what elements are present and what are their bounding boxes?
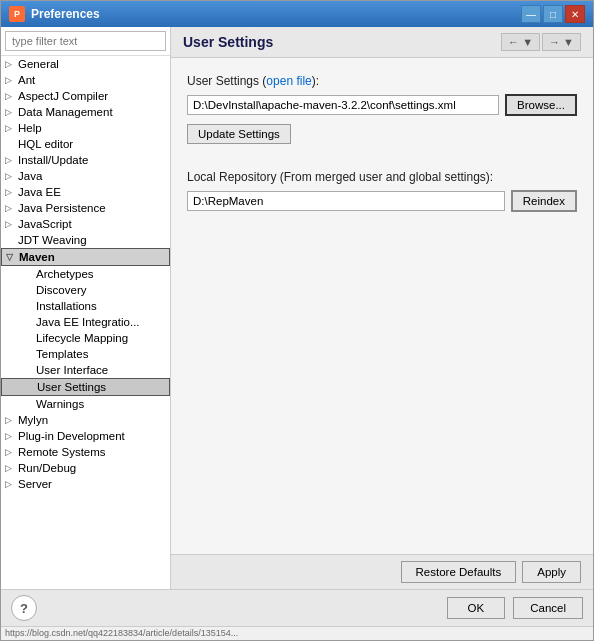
label-general: General <box>18 58 59 70</box>
arrow-javaee: ▷ <box>5 187 15 197</box>
left-panel: ▷ General ▷ Ant ▷ AspectJ Compiler ▷ Dat… <box>1 27 171 589</box>
tree-item-warnings[interactable]: ▷ Warnings <box>1 396 170 412</box>
tree-item-discovery[interactable]: ▷ Discovery <box>1 282 170 298</box>
tree-item-templates[interactable]: ▷ Templates <box>1 346 170 362</box>
tree-item-hqleditor[interactable]: ▷ HQL editor <box>1 136 170 152</box>
main-content: ▷ General ▷ Ant ▷ AspectJ Compiler ▷ Dat… <box>1 27 593 589</box>
window-title: Preferences <box>31 7 100 21</box>
label-javapersistence: Java Persistence <box>18 202 106 214</box>
label-warnings: Warnings <box>36 398 84 410</box>
tree-item-javapersistence[interactable]: ▷ Java Persistence <box>1 200 170 216</box>
label-ant: Ant <box>18 74 35 86</box>
arrow-java: ▷ <box>5 171 15 181</box>
arrow-mylyn: ▷ <box>5 415 15 425</box>
title-buttons: — □ ✕ <box>521 5 585 23</box>
tree-item-usersettings[interactable]: ▷ User Settings <box>1 378 170 396</box>
tree-item-archetypes[interactable]: ▷ Archetypes <box>1 266 170 282</box>
tree-item-rundebug[interactable]: ▷ Run/Debug <box>1 460 170 476</box>
label-plugindev: Plug-in Development <box>18 430 125 442</box>
tree-item-javascript[interactable]: ▷ JavaScript <box>1 216 170 232</box>
close-button[interactable]: ✕ <box>565 5 585 23</box>
section-separator <box>187 160 577 170</box>
arrow-server: ▷ <box>5 479 15 489</box>
arrow-general: ▷ <box>5 59 15 69</box>
user-settings-text: User Settings ( <box>187 74 266 88</box>
panel-content: User Settings (open file): Browse... Upd… <box>171 58 593 554</box>
nav-buttons: ← ▼ → ▼ <box>501 33 581 51</box>
tree-item-help[interactable]: ▷ Help <box>1 120 170 136</box>
arrow-javapersistence: ▷ <box>5 203 15 213</box>
user-settings-path-input[interactable] <box>187 95 499 115</box>
filter-input[interactable] <box>5 31 166 51</box>
user-settings-close: ): <box>312 74 319 88</box>
nav-back-button[interactable]: ← ▼ <box>501 33 540 51</box>
url-bar: https://blog.csdn.net/qq422183834/articl… <box>1 626 593 640</box>
tree-item-aspectj[interactable]: ▷ AspectJ Compiler <box>1 88 170 104</box>
tree-item-javaee[interactable]: ▷ Java EE <box>1 184 170 200</box>
tree-item-installupdate[interactable]: ▷ Install/Update <box>1 152 170 168</box>
arrow-maven: ▽ <box>6 252 16 262</box>
tree-item-general[interactable]: ▷ General <box>1 56 170 72</box>
nav-forward-button[interactable]: → ▼ <box>542 33 581 51</box>
arrow-javascript: ▷ <box>5 219 15 229</box>
ok-button[interactable]: OK <box>447 597 506 619</box>
label-maven: Maven <box>19 251 55 263</box>
label-help: Help <box>18 122 42 134</box>
tree-item-jdtweaving[interactable]: ▷ JDT Weaving <box>1 232 170 248</box>
tree-item-installations[interactable]: ▷ Installations <box>1 298 170 314</box>
label-java: Java <box>18 170 42 182</box>
update-settings-button[interactable]: Update Settings <box>187 124 291 144</box>
label-javaee: Java EE <box>18 186 61 198</box>
open-file-link[interactable]: open file <box>266 74 311 88</box>
panel-title: User Settings <box>183 34 273 50</box>
cancel-button[interactable]: Cancel <box>513 597 583 619</box>
tree-item-datamgmt[interactable]: ▷ Data Management <box>1 104 170 120</box>
arrow-installupdate: ▷ <box>5 155 15 165</box>
label-templates: Templates <box>36 348 88 360</box>
help-button[interactable]: ? <box>11 595 37 621</box>
arrow-help: ▷ <box>5 123 15 133</box>
local-repo-label: Local Repository (From merged user and g… <box>187 170 577 184</box>
arrow-plugindev: ▷ <box>5 431 15 441</box>
label-server: Server <box>18 478 52 490</box>
label-hqleditor: HQL editor <box>18 138 73 150</box>
tree-item-lifecyclemapping[interactable]: ▷ Lifecycle Mapping <box>1 330 170 346</box>
arrow-aspectj: ▷ <box>5 91 15 101</box>
label-lifecyclemapping: Lifecycle Mapping <box>36 332 128 344</box>
label-mylyn: Mylyn <box>18 414 48 426</box>
browse-button[interactable]: Browse... <box>505 94 577 116</box>
right-panel: User Settings ← ▼ → ▼ User Settings (ope… <box>171 27 593 589</box>
label-installations: Installations <box>36 300 97 312</box>
tree-item-mylyn[interactable]: ▷ Mylyn <box>1 412 170 428</box>
local-repo-path-input[interactable] <box>187 191 505 211</box>
tree-item-javaeeintegration[interactable]: ▷ Java EE Integratio... <box>1 314 170 330</box>
label-archetypes: Archetypes <box>36 268 94 280</box>
title-bar: P Preferences — □ ✕ <box>1 1 593 27</box>
label-javaeeintegration: Java EE Integratio... <box>36 316 140 328</box>
user-settings-label: User Settings (open file): <box>187 74 577 88</box>
minimize-button[interactable]: — <box>521 5 541 23</box>
tree-item-maven[interactable]: ▽ Maven <box>1 248 170 266</box>
label-aspectj: AspectJ Compiler <box>18 90 108 102</box>
reindex-button[interactable]: Reindex <box>511 190 577 212</box>
bottom-bar: Restore Defaults Apply <box>171 554 593 589</box>
label-rundebug: Run/Debug <box>18 462 76 474</box>
label-datamgmt: Data Management <box>18 106 113 118</box>
tree-item-plugindev[interactable]: ▷ Plug-in Development <box>1 428 170 444</box>
footer-bar: ? OK Cancel <box>1 589 593 626</box>
label-discovery: Discovery <box>36 284 86 296</box>
restore-defaults-button[interactable]: Restore Defaults <box>401 561 517 583</box>
apply-button[interactable]: Apply <box>522 561 581 583</box>
tree-item-server[interactable]: ▷ Server <box>1 476 170 492</box>
maximize-button[interactable]: □ <box>543 5 563 23</box>
label-javascript: JavaScript <box>18 218 72 230</box>
tree-item-remotesystems[interactable]: ▷ Remote Systems <box>1 444 170 460</box>
arrow-datamgmt: ▷ <box>5 107 15 117</box>
label-userinterface: User Interface <box>36 364 108 376</box>
panel-header: User Settings ← ▼ → ▼ <box>171 27 593 58</box>
tree-item-ant[interactable]: ▷ Ant <box>1 72 170 88</box>
app-icon: P <box>9 6 25 22</box>
tree-item-java[interactable]: ▷ Java <box>1 168 170 184</box>
tree-item-userinterface[interactable]: ▷ User Interface <box>1 362 170 378</box>
local-repo-input-row: Reindex <box>187 190 577 212</box>
